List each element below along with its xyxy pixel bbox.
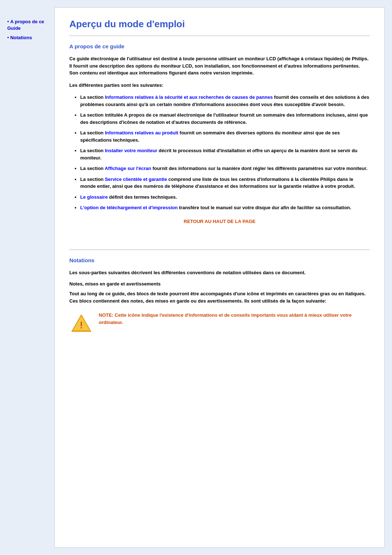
- list-item-8: L'option de téléchargement et d'impressi…: [80, 204, 370, 211]
- page-container: • A propos de ce Guide • Notations Aperç…: [0, 0, 392, 555]
- sidebar-nav: • A propos de ce Guide • Notations: [7, 18, 51, 41]
- link-glossaire[interactable]: Le glossaire: [80, 194, 108, 200]
- section2-title: Notations: [69, 257, 370, 263]
- list-item-6-prefix: La section: [80, 177, 105, 182]
- sidebar-item-a-propos[interactable]: • A propos de ce Guide: [7, 18, 51, 31]
- link-securite[interactable]: Informations relatives à la sécurité et …: [105, 94, 273, 100]
- note-box: ! i NOTE: Cette icône indique l'existenc…: [69, 312, 370, 335]
- note-text: NOTE: Cette icône indique l'existence d'…: [99, 312, 370, 326]
- link-telechargement[interactable]: L'option de téléchargement et d'impressi…: [80, 205, 177, 210]
- list-item-1: La section Informations relatives à la s…: [80, 94, 370, 108]
- sidebar-item-notations[interactable]: • Notations: [7, 34, 51, 41]
- section2-body: Tout au long de ce guide, des blocs de t…: [69, 290, 370, 304]
- link-affichage[interactable]: Affichage sur l'écran: [105, 166, 151, 171]
- list-item-7: Le glossaire définit des termes techniqu…: [80, 194, 370, 201]
- list-item-5-prefix: La section: [80, 166, 105, 171]
- list-item-8-rest: transfère tout le manuel sur votre disqu…: [177, 205, 351, 210]
- page-title: Aperçu du mode d'emploi: [69, 19, 370, 30]
- items-list: La section Informations relatives à la s…: [73, 94, 370, 211]
- list-item-3-prefix: La section: [80, 130, 105, 135]
- list-item-1-prefix: La section: [80, 94, 105, 100]
- top-divider: [69, 36, 370, 36]
- bottom-divider: [69, 250, 370, 250]
- link-installer[interactable]: Installer votre moniteur: [105, 148, 157, 153]
- section-a-propos: A propos de ce guide Ce guide électroniq…: [69, 43, 370, 224]
- list-item-2: La section intitulée A propos de ce manu…: [80, 112, 370, 126]
- svg-text:i: i: [81, 320, 82, 325]
- parts-label: Les différentes parties sont les suivant…: [69, 82, 370, 89]
- section1-title: A propos de ce guide: [69, 43, 370, 49]
- list-item-6: La section Service clientèle et garantie…: [80, 176, 370, 190]
- sidebar-link-notations[interactable]: Notations: [10, 35, 32, 40]
- warning-icon: ! i: [70, 313, 92, 335]
- section2-intro: Les sous-parties suivantes décrivent les…: [69, 269, 370, 276]
- list-item-5: La section Affichage sur l'écran fournit…: [80, 165, 370, 172]
- section-notations: Notations Les sous-parties suivantes déc…: [69, 257, 370, 336]
- retour-link[interactable]: RETOUR AU HAUT DE LA PAGE: [69, 219, 370, 224]
- list-item-4-prefix: La section: [80, 148, 105, 153]
- list-item-7-rest: définit des termes techniques.: [108, 194, 177, 200]
- list-item-3: La section Informations relatives au pro…: [80, 129, 370, 143]
- section1-intro: Ce guide électronique de l'utilisateur e…: [69, 55, 370, 77]
- list-item-5-rest: fournit des informations sur la manière …: [151, 166, 368, 171]
- section1-list: La section Informations relatives à la s…: [69, 94, 370, 211]
- bullet-2: •: [7, 35, 10, 40]
- sidebar-link-a-propos[interactable]: A propos de ce Guide: [7, 19, 44, 31]
- main-content: Aperçu du mode d'emploi A propos de ce g…: [54, 7, 385, 548]
- link-service[interactable]: Service clientèle et garantie: [105, 177, 167, 182]
- sub-header: Notes, mises en garde et avertissements: [69, 281, 370, 287]
- list-item-4: La section Installer votre moniteur décr…: [80, 147, 370, 161]
- link-produit[interactable]: Informations relatives au produit: [105, 130, 178, 135]
- note-icon-container: ! i: [69, 312, 93, 335]
- sidebar: • A propos de ce Guide • Notations: [7, 7, 54, 548]
- spacer: [69, 235, 370, 250]
- bullet-1: •: [7, 19, 10, 24]
- list-item-2-text: La section intitulée A propos de ce manu…: [80, 112, 368, 125]
